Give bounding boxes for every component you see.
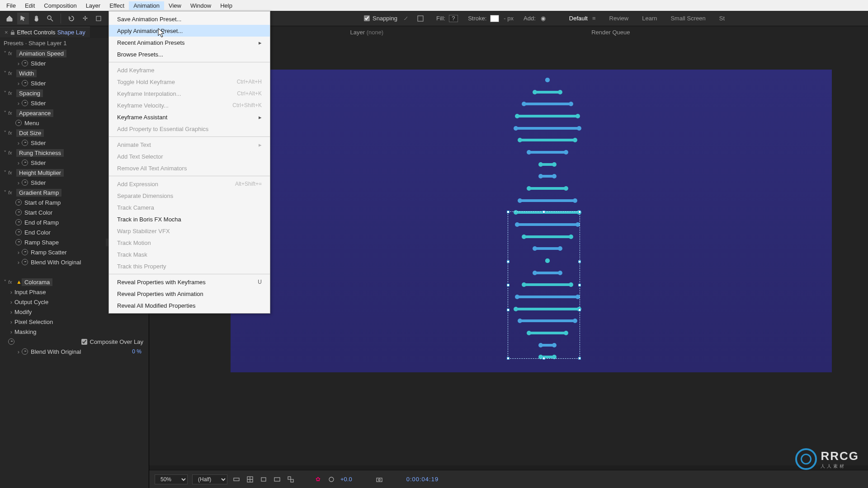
menu-item-reveal-all-modified-properties[interactable]: Reveal All Modified Properties: [109, 300, 270, 311]
menu-composition[interactable]: Composition: [39, 1, 81, 10]
region-icon[interactable]: [273, 475, 282, 484]
twirl-icon[interactable]: ›: [15, 160, 22, 166]
workspace-default[interactable]: Default: [569, 15, 588, 22]
selection-tool-icon[interactable]: [17, 13, 29, 24]
property-group[interactable]: Masking: [14, 328, 36, 335]
effect-name[interactable]: Spacing: [16, 89, 43, 97]
twirl-icon[interactable]: ˅: [2, 50, 8, 57]
render-queue-tab[interactable]: Render Queue: [591, 29, 630, 36]
effect-name[interactable]: Animation Speed: [16, 50, 66, 57]
menu-item-browse-presets[interactable]: Browse Presets...: [109, 48, 270, 60]
zoom-select[interactable]: 50%: [155, 474, 188, 484]
menu-window[interactable]: Window: [186, 1, 216, 10]
snap-opt2-icon[interactable]: [415, 13, 426, 24]
twirl-icon[interactable]: ›: [8, 299, 14, 305]
stopwatch-icon[interactable]: [22, 249, 28, 255]
twirl-icon[interactable]: ›: [15, 259, 22, 266]
menu-item-keyframe-assistant[interactable]: Keyframe Assistant▸: [109, 111, 270, 123]
hand-tool-icon[interactable]: [31, 13, 42, 24]
twirl-icon[interactable]: ›: [15, 60, 22, 67]
menu-item-recent-animation-presets[interactable]: Recent Animation Presets▸: [109, 37, 270, 48]
close-icon[interactable]: ×: [5, 29, 8, 36]
stopwatch-icon[interactable]: [15, 120, 22, 126]
fill-swatch[interactable]: [449, 15, 458, 22]
effect-name[interactable]: Rung Thickness: [16, 149, 64, 157]
workspace-menu-icon[interactable]: ≡: [592, 15, 596, 22]
reset-exposure-icon[interactable]: [327, 475, 336, 484]
viewer-tab2[interactable]: Layer: [350, 29, 365, 36]
twirl-icon[interactable]: ›: [15, 100, 22, 107]
anchor-tool-icon[interactable]: ✢: [79, 13, 91, 24]
stopwatch-icon[interactable]: [22, 60, 28, 66]
effect-name[interactable]: Height Multiplier: [16, 169, 64, 177]
property-checkbox[interactable]: [81, 339, 87, 345]
stopwatch-icon[interactable]: [22, 100, 28, 106]
twirl-icon[interactable]: ›: [8, 328, 14, 335]
stroke-width[interactable]: - px: [504, 15, 514, 22]
twirl-icon[interactable]: ˅: [2, 150, 8, 156]
workspace-st[interactable]: St: [719, 15, 725, 22]
twirl-icon[interactable]: ›: [8, 289, 14, 296]
add-menu-icon[interactable]: ◉: [538, 13, 549, 24]
stopwatch-icon[interactable]: [15, 199, 22, 206]
ruler-icon[interactable]: [232, 475, 241, 484]
menu-help[interactable]: Help: [216, 1, 237, 10]
home-icon[interactable]: [4, 13, 15, 24]
stopwatch-icon[interactable]: [8, 338, 14, 345]
stopwatch-icon[interactable]: [22, 80, 28, 86]
zoom-tool-icon[interactable]: [44, 13, 56, 24]
effect-name[interactable]: Colorama: [22, 278, 52, 286]
stopwatch-icon[interactable]: [22, 160, 28, 166]
twirl-icon[interactable]: ›: [15, 348, 22, 355]
workspace-learn[interactable]: Learn: [642, 15, 657, 22]
stopwatch-icon[interactable]: [15, 209, 22, 216]
menu-item-save-animation-preset[interactable]: Save Animation Preset...: [109, 13, 270, 25]
current-time[interactable]: 0:00:04:19: [406, 476, 439, 483]
workspace-small-screen[interactable]: Small Screen: [670, 15, 705, 22]
twirl-icon[interactable]: ›: [15, 249, 22, 256]
property-group[interactable]: Input Phase: [14, 289, 46, 296]
grid-icon[interactable]: [245, 475, 255, 484]
twirl-icon[interactable]: ˅: [2, 169, 8, 176]
twirl-icon[interactable]: ›: [8, 309, 14, 315]
effect-name[interactable]: Dot Size: [16, 129, 44, 137]
effect-name[interactable]: Width: [16, 70, 37, 77]
mask-icon[interactable]: [259, 475, 268, 484]
twirl-icon[interactable]: ˅: [2, 189, 8, 196]
menu-file[interactable]: File: [2, 1, 20, 10]
effect-controls-tab[interactable]: × Effect Controls Shape Lay: [0, 27, 90, 38]
transparency-icon[interactable]: [286, 475, 295, 484]
resolution-select[interactable]: (Half): [192, 474, 227, 484]
menu-item-track-in-boris-fx-mocha[interactable]: Track in Boris FX Mocha: [109, 213, 270, 225]
stopwatch-icon[interactable]: [22, 140, 28, 146]
snapping-checkbox[interactable]: [364, 15, 370, 21]
snapshot-icon[interactable]: [375, 475, 384, 484]
stopwatch-icon[interactable]: [15, 239, 22, 245]
stopwatch-icon[interactable]: [22, 179, 28, 186]
twirl-icon[interactable]: ˅: [2, 90, 8, 97]
stopwatch-icon[interactable]: [22, 259, 28, 265]
exposure-value[interactable]: +0.0: [340, 476, 352, 483]
rotate-tool-icon[interactable]: [66, 13, 77, 24]
workspace-review[interactable]: Review: [609, 15, 629, 22]
property-group[interactable]: Modify: [14, 309, 32, 315]
menu-edit[interactable]: Edit: [20, 1, 39, 10]
twirl-icon[interactable]: ›: [15, 179, 22, 186]
menu-layer[interactable]: Layer: [81, 1, 105, 10]
color-mgmt-icon[interactable]: ✿: [313, 475, 322, 484]
menu-effect[interactable]: Effect: [105, 1, 129, 10]
stopwatch-icon[interactable]: [15, 219, 22, 225]
menu-item-reveal-properties-with-animation[interactable]: Reveal Properties with Animation: [109, 288, 270, 300]
shape-tool-icon[interactable]: [93, 13, 104, 24]
twirl-icon[interactable]: ˅: [2, 70, 8, 77]
stroke-swatch[interactable]: [490, 15, 499, 22]
menu-item-reveal-properties-with-keyframes[interactable]: Reveal Properties with KeyframesU: [109, 276, 270, 288]
effect-name[interactable]: Appearance: [16, 109, 53, 117]
snap-opt1-icon[interactable]: ⟋: [400, 13, 412, 24]
menu-view[interactable]: View: [164, 1, 186, 10]
twirl-icon[interactable]: ›: [15, 80, 22, 87]
twirl-icon[interactable]: ˅: [2, 130, 8, 136]
effect-name[interactable]: Gradient Ramp: [16, 189, 61, 197]
property-group[interactable]: Pixel Selection: [14, 319, 53, 325]
twirl-icon[interactable]: ›: [15, 140, 22, 146]
